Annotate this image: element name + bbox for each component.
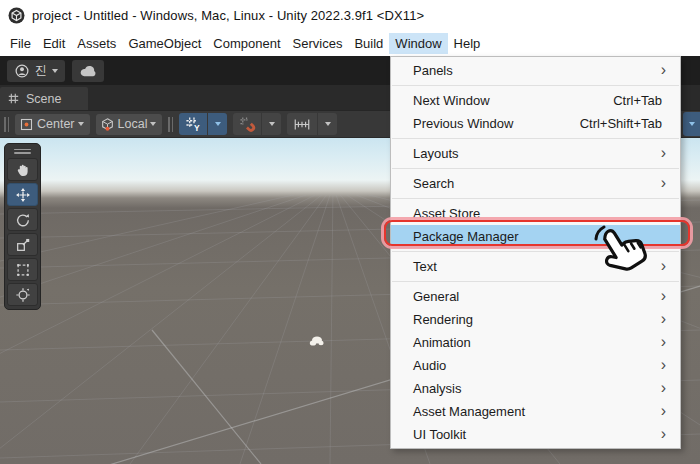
cloud-services-button[interactable] (72, 60, 104, 82)
menu-item-animation[interactable]: Animation › (391, 331, 680, 354)
snap-increment-button[interactable] (287, 113, 317, 135)
rotate-tool-button[interactable] (7, 208, 38, 231)
menu-item-label: General (413, 289, 654, 304)
account-name: 진 (35, 62, 47, 79)
caret-down-icon (215, 122, 221, 126)
grid-y-icon: Y (185, 116, 202, 133)
menu-separator (392, 251, 679, 252)
menu-item-label: Layouts (413, 146, 654, 161)
menu-item-layouts[interactable]: Layouts › (391, 142, 680, 165)
menu-item-label: Rendering (413, 312, 654, 327)
menubar-item-build[interactable]: Build (348, 33, 389, 54)
menu-item-search[interactable]: Search › (391, 172, 680, 195)
caret-down-icon (269, 122, 275, 126)
menubar-item-help[interactable]: Help (448, 33, 487, 54)
menu-item-label: Asset Management (413, 404, 654, 419)
menu-item-shortcut: Ctrl+Shift+Tab (580, 116, 662, 131)
scale-tool-icon (15, 237, 31, 253)
submenu-chevron-icon: › (654, 62, 666, 78)
toolbar-section-divider (168, 117, 173, 132)
submenu-chevron-icon: › (654, 357, 666, 373)
caret-down-icon (325, 122, 331, 126)
snap-increment-caret[interactable] (318, 113, 337, 135)
move-tool-button[interactable] (7, 183, 38, 206)
hand-tool-icon (15, 162, 31, 178)
palette-drag-handle[interactable] (7, 146, 38, 156)
account-caret-icon (52, 69, 58, 73)
grid-snapping-caret[interactable] (262, 113, 281, 135)
submenu-chevron-icon: › (654, 175, 666, 191)
view-hand-tool-button[interactable] (7, 158, 38, 181)
menu-item-next-window[interactable]: Next Window Ctrl+Tab (391, 89, 680, 112)
menu-item-rendering[interactable]: Rendering › (391, 308, 680, 331)
menu-separator (392, 281, 679, 282)
menu-item-label: Text (413, 259, 654, 274)
grid-snapping-group (233, 113, 281, 135)
orientation-mode-button[interactable]: Local (96, 114, 163, 135)
orientation-caret-icon (150, 122, 156, 126)
menubar-item-window[interactable]: Window (389, 33, 447, 54)
menu-item-panels[interactable]: Panels › (391, 59, 680, 82)
menu-item-asset-management[interactable]: Asset Management › (391, 400, 680, 423)
pivot-caret-icon (78, 122, 84, 126)
menu-item-audio[interactable]: Audio › (391, 354, 680, 377)
menu-item-label: Search (413, 176, 654, 191)
submenu-chevron-icon: › (654, 311, 666, 327)
menu-item-previous-window[interactable]: Previous Window Ctrl+Shift+Tab (391, 112, 680, 135)
toolbar-drag-handle[interactable] (4, 117, 9, 132)
grid-tab-icon (7, 92, 20, 105)
menu-item-package-manager[interactable]: Package Manager (391, 225, 680, 248)
transform-tool-button[interactable] (7, 283, 38, 306)
rect-tool-icon (15, 262, 31, 278)
menu-item-label: Panels (413, 63, 654, 78)
orientation-mode-label: Local (118, 117, 148, 131)
menubar-item-component[interactable]: Component (207, 33, 286, 54)
unity-editor-window: project - Untitled - Windows, Mac, Linux… (0, 0, 700, 464)
increment-ruler-icon (293, 117, 311, 132)
menu-bar: File Edit Assets GameObject Component Se… (0, 30, 700, 56)
menu-item-ui-toolkit[interactable]: UI Toolkit › (391, 423, 680, 446)
menu-item-label: Previous Window (413, 116, 580, 131)
menu-item-label: Asset Store (413, 206, 666, 221)
title-bar: project - Untitled - Windows, Mac, Linux… (0, 0, 700, 30)
submenu-chevron-icon: › (654, 145, 666, 161)
menu-item-analysis[interactable]: Analysis › (391, 377, 680, 400)
grid-visibility-group: Y (179, 113, 227, 135)
account-person-icon (14, 63, 30, 79)
submenu-chevron-icon: › (654, 258, 666, 274)
menubar-item-file[interactable]: File (4, 33, 37, 54)
grid-visibility-button[interactable]: Y (179, 113, 207, 135)
transform-tool-icon (15, 287, 31, 303)
scene-gizmo-blob (310, 336, 324, 345)
tab-scene[interactable]: Scene (0, 87, 88, 110)
submenu-chevron-icon: › (654, 288, 666, 304)
menubar-item-gameobject[interactable]: GameObject (122, 33, 207, 54)
menu-item-asset-store[interactable]: Asset Store (391, 202, 680, 225)
menu-item-label: Analysis (413, 381, 654, 396)
tool-palette (4, 143, 41, 310)
menu-item-label: Next Window (413, 93, 613, 108)
menubar-item-services[interactable]: Services (287, 33, 349, 54)
account-button[interactable]: 진 (7, 60, 65, 82)
local-cube-icon (100, 117, 115, 132)
move-tool-icon (15, 187, 31, 203)
cloud-icon (79, 63, 97, 78)
pivot-mode-button[interactable]: Center (15, 114, 90, 135)
scale-tool-button[interactable] (7, 233, 38, 256)
grid-snapping-button[interactable] (233, 113, 261, 135)
window-title: project - Untitled - Windows, Mac, Linux… (32, 8, 424, 23)
menu-item-label: Audio (413, 358, 654, 373)
menu-separator (392, 138, 679, 139)
menu-item-text[interactable]: Text › (391, 255, 680, 278)
menubar-item-edit[interactable]: Edit (37, 33, 71, 54)
tab-scene-label: Scene (26, 92, 61, 106)
right-edge-blue-button[interactable] (683, 112, 700, 136)
submenu-chevron-icon: › (654, 334, 666, 350)
menu-separator (392, 168, 679, 169)
menu-item-general[interactable]: General › (391, 285, 680, 308)
grid-visibility-caret[interactable] (208, 113, 227, 135)
rect-tool-button[interactable] (7, 258, 38, 281)
menubar-item-assets[interactable]: Assets (71, 33, 122, 54)
submenu-chevron-icon: › (654, 403, 666, 419)
menu-item-label: Animation (413, 335, 654, 350)
